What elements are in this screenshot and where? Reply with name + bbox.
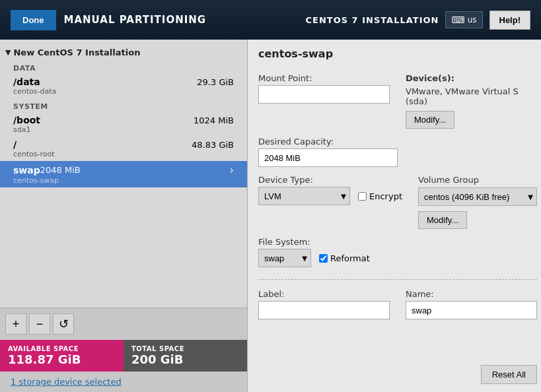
reformat-label: Reformat: [330, 253, 370, 263]
name-field: Name:: [406, 289, 537, 319]
file-system-field: File System: swap ext4 xfs btrfs ▼ Refo: [258, 237, 390, 267]
keyboard-lang: us: [468, 15, 477, 24]
device-type-field: Device Type: LVM Standard Partition RAID…: [258, 175, 402, 229]
done-button[interactable]: Done: [11, 10, 56, 30]
label-field: Label:: [258, 289, 390, 319]
partition-name-boot: /boot: [13, 115, 40, 125]
partition-size-swap: 2048 MiB: [40, 165, 81, 175]
name-field-label: Name:: [406, 289, 537, 299]
section-system-label: SYSTEM: [0, 98, 247, 112]
devices-label: Device(s):: [406, 73, 537, 83]
volume-group-field: Volume Group centos (4096 KiB free) ▼ Mo…: [418, 175, 537, 229]
volume-group-select-wrapper: centos (4096 KiB free) ▼: [418, 187, 537, 206]
filesystem-row: swap ext4 xfs btrfs ▼ Reformat: [258, 249, 390, 267]
reset-all-button[interactable]: Reset All: [481, 365, 537, 384]
chevron-right-icon: ›: [230, 164, 234, 176]
partition-name-swap: swap: [13, 165, 40, 176]
keyboard-button[interactable]: ⌨ us: [445, 11, 482, 28]
remove-partition-button[interactable]: −: [29, 313, 50, 335]
partition-device-root: centos-root: [13, 150, 234, 158]
partition-detail-title: centos-swap: [258, 48, 537, 65]
left-panel: ▼ New CentOS 7 Installation DATA /data 2…: [0, 40, 248, 392]
device-type-select-wrapper: LVM Standard Partition RAID ▼: [258, 187, 350, 205]
partition-size-root: 48.83 GiB: [192, 140, 234, 150]
page-title: MANUAL PARTITIONING: [64, 14, 207, 26]
right-panel: centos-swap Mount Point: Device(s): VMwa…: [248, 40, 541, 392]
partition-size-boot: 1024 MiB: [194, 115, 234, 125]
total-space-label: TOTAL SPACE: [131, 345, 239, 352]
refresh-button[interactable]: ↺: [53, 313, 74, 335]
partition-item-root[interactable]: / 48.83 GiB centos-root: [0, 137, 247, 161]
partition-item-data[interactable]: /data 29.3 GiB centos-data: [0, 74, 247, 98]
desired-capacity-input[interactable]: [258, 148, 398, 167]
label-input[interactable]: [258, 301, 390, 319]
main-content: ▼ New CentOS 7 Installation DATA /data 2…: [0, 40, 541, 392]
partition-controls: + − ↺: [0, 308, 247, 340]
devices-value: VMware, VMware Virtual S (sda): [406, 86, 537, 106]
volume-group-select[interactable]: centos (4096 KiB free): [418, 187, 537, 206]
mount-point-field: Mount Point:: [258, 73, 390, 129]
space-info: AVAILABLE SPACE 118.87 GiB TOTAL SPACE 2…: [0, 340, 247, 372]
reformat-group: Reformat: [319, 253, 370, 263]
devices-field: Device(s): VMware, VMware Virtual S (sda…: [406, 73, 537, 129]
help-button[interactable]: Help!: [489, 11, 531, 30]
name-input[interactable]: [406, 301, 537, 319]
partition-name-data: /data: [13, 77, 40, 87]
right-spacer: [406, 237, 537, 267]
partition-size-data: 29.3 GiB: [197, 77, 234, 87]
add-partition-button[interactable]: +: [5, 313, 26, 335]
mount-point-label: Mount Point:: [258, 73, 390, 83]
installation-label: New CentOS 7 Installation: [13, 48, 140, 57]
tree-header[interactable]: ▼ New CentOS 7 Installation: [0, 45, 247, 60]
device-type-row: LVM Standard Partition RAID ▼ Encrypt: [258, 187, 402, 205]
installation-title: CENTOS 7 INSTALLATION: [305, 15, 439, 25]
encrypt-label: Encrypt: [369, 191, 402, 201]
volume-group-modify-button[interactable]: Modify...: [418, 211, 467, 229]
reset-all-area: Reset All: [258, 358, 537, 384]
file-system-select[interactable]: swap ext4 xfs btrfs: [258, 249, 311, 267]
desired-capacity-label: Desired Capacity:: [258, 137, 398, 147]
partition-item-boot[interactable]: /boot 1024 MiB sda1: [0, 112, 247, 137]
keyboard-icon: ⌨: [451, 15, 464, 25]
partition-item-swap[interactable]: swap 2048 MiB › centos-swap: [0, 161, 247, 187]
partition-device-data: centos-data: [13, 87, 234, 96]
available-space: AVAILABLE SPACE 118.87 GiB: [0, 340, 124, 372]
file-system-label: File System:: [258, 237, 390, 247]
partition-name-root: /: [13, 139, 17, 150]
encrypt-checkbox[interactable]: [358, 192, 367, 201]
installation-tree: ▼ New CentOS 7 Installation DATA /data 2…: [0, 40, 247, 308]
desired-capacity-field: Desired Capacity:: [258, 137, 398, 167]
storage-link-area: 1 storage device selected: [0, 372, 247, 392]
bottom-grid: Label: Name:: [258, 289, 537, 319]
label-field-label: Label:: [258, 289, 390, 299]
encrypt-group: Encrypt: [358, 191, 402, 201]
mount-point-input[interactable]: [258, 85, 390, 104]
reformat-checkbox[interactable]: [319, 254, 328, 263]
tree-arrow-icon: ▼: [5, 48, 11, 57]
total-space: TOTAL SPACE 200 GiB: [124, 340, 247, 372]
device-type-select[interactable]: LVM Standard Partition RAID: [258, 187, 350, 205]
header: Done MANUAL PARTITIONING CENTOS 7 INSTAL…: [0, 0, 541, 40]
header-right: CENTOS 7 INSTALLATION ⌨ us Help!: [305, 11, 530, 30]
file-system-select-wrapper: swap ext4 xfs btrfs ▼: [258, 249, 311, 267]
device-type-label: Device Type:: [258, 175, 402, 185]
storage-device-link[interactable]: 1 storage device selected: [11, 377, 122, 387]
available-space-label: AVAILABLE SPACE: [8, 345, 116, 352]
section-data-label: DATA: [0, 60, 247, 74]
partition-device-swap: centos-swap: [13, 176, 234, 185]
volume-group-label: Volume Group: [418, 175, 537, 185]
available-space-value: 118.87 GiB: [8, 352, 116, 366]
partition-device-boot: sda1: [13, 125, 234, 134]
total-space-value: 200 GiB: [131, 352, 239, 366]
separator: [258, 279, 537, 280]
devices-modify-button[interactable]: Modify...: [406, 111, 454, 129]
